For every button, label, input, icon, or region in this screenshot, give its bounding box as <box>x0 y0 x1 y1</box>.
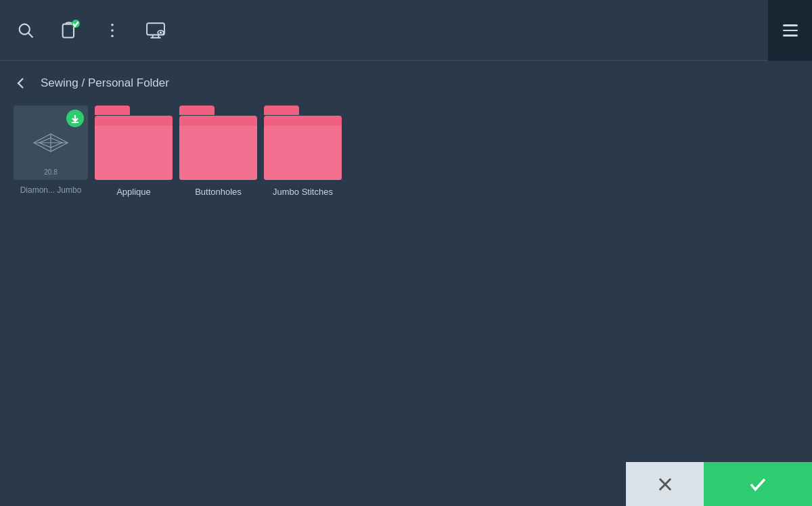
folder-item-buttonholes[interactable]: Buttonholes <box>179 106 257 197</box>
file-label: Diamon... Jumbo <box>14 185 88 195</box>
svg-point-0 <box>20 24 30 34</box>
topbar <box>0 0 812 61</box>
menu-line <box>783 24 798 26</box>
cancel-button[interactable] <box>626 462 704 506</box>
folder-front <box>264 126 342 180</box>
folder-tab <box>264 106 299 115</box>
folder-item-applique[interactable]: Applique <box>95 106 173 197</box>
svg-point-3 <box>111 24 114 26</box>
folder-label: Jumbo Stitches <box>273 187 333 197</box>
svg-line-1 <box>28 33 32 37</box>
menu-line <box>783 30 798 32</box>
file-thumbnail: 20.8 <box>14 106 88 180</box>
content-grid: 20.8 Diamon... Jumbo Applique Button <box>0 106 812 197</box>
svg-point-5 <box>111 34 114 37</box>
clipboard-check-icon[interactable] <box>57 18 81 43</box>
folder-item-jumbo-stitches[interactable]: Jumbo Stitches <box>264 106 342 197</box>
folder-tab <box>179 106 215 115</box>
folder-icon <box>179 106 257 180</box>
folder-icon <box>95 106 173 180</box>
file-size-badge: 20.8 <box>44 168 57 176</box>
svg-point-4 <box>111 29 114 32</box>
folder-front <box>179 126 257 180</box>
more-options-icon[interactable] <box>100 18 125 43</box>
search-icon[interactable] <box>14 18 38 43</box>
file-item[interactable]: 20.8 Diamon... Jumbo <box>14 106 88 195</box>
menu-line <box>783 34 798 37</box>
hamburger-menu-button[interactable] <box>768 0 812 61</box>
folder-tab <box>95 106 130 115</box>
screen-view-icon[interactable] <box>143 18 168 43</box>
breadcrumb-row: Sewing / Personal Folder <box>0 61 812 106</box>
folder-label: Buttonholes <box>195 187 242 197</box>
topbar-icons <box>14 18 168 43</box>
confirm-button[interactable] <box>704 462 812 506</box>
back-button[interactable] <box>14 76 28 91</box>
bottom-buttons <box>626 462 812 506</box>
folder-label: Applique <box>116 187 151 197</box>
svg-point-8 <box>160 31 162 33</box>
folder-front <box>95 126 173 180</box>
breadcrumb: Sewing / Personal Folder <box>41 76 169 90</box>
folder-icon <box>264 106 342 180</box>
download-badge <box>66 110 84 127</box>
